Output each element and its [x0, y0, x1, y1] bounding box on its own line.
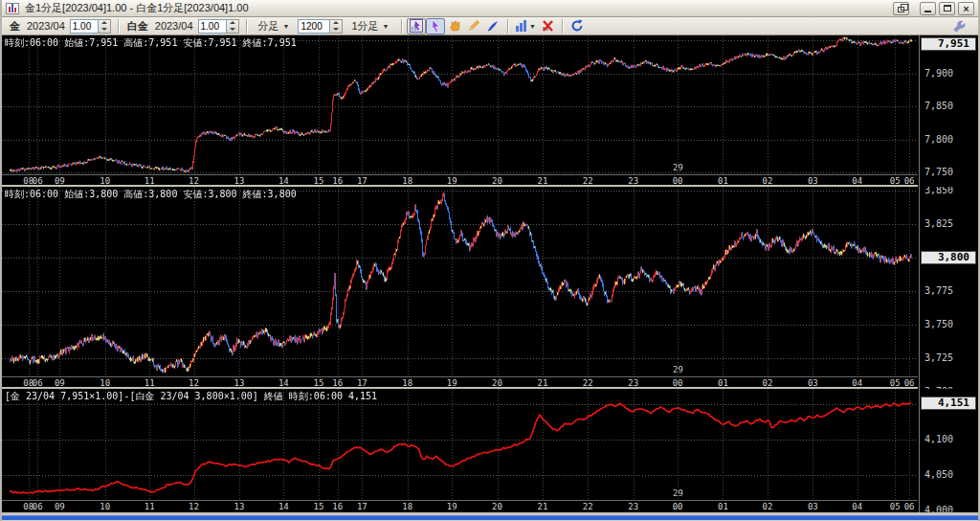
close-icon: × — [963, 4, 969, 13]
time-tick-label: 19 — [443, 176, 460, 186]
platinum-chart-panel: 時刻:06:00 始値:3,800 高値:3,800 安値:3,800 終値:3… — [2, 187, 978, 389]
bar-count-stepper — [298, 19, 343, 34]
chart-select-icon — [409, 18, 424, 34]
time-tick-label: 23 — [625, 502, 642, 511]
time-tick-label: 06 — [901, 502, 918, 511]
gold-time-axis: 0806091011121314151617181920212223000102… — [2, 174, 918, 187]
time-tick-label: 02 — [759, 378, 776, 388]
time-tick-label: 16 — [329, 176, 346, 186]
time-tick-label: 09 — [51, 502, 68, 511]
pan-tool-button[interactable] — [445, 18, 464, 34]
time-tick-label: 06 — [901, 176, 918, 186]
spread-chart-panel: [金 23/04 7,951×1.00]-[白金 23/04 3,800×1.0… — [2, 389, 978, 512]
close-button[interactable]: × — [958, 2, 974, 15]
gold-current-price-badge: 7,951 — [921, 37, 976, 51]
platinum-chart-canvas[interactable] — [2, 187, 918, 376]
platinum-current-price-badge: 3,800 — [921, 251, 976, 264]
maximize-icon — [944, 5, 951, 11]
price-tick-label: 3,725 — [924, 352, 953, 363]
refresh-button[interactable] — [568, 18, 587, 34]
time-tick-label: 02 — [759, 176, 776, 186]
time-tick-label: 00 — [669, 378, 686, 388]
gold-ohlc-info: 時刻:06:00 始値:7,951 高値:7,951 安値:7,951 終値:7… — [5, 36, 297, 50]
gold-multiplier-down-button[interactable] — [99, 26, 110, 33]
pencil-tool-button[interactable] — [464, 18, 483, 34]
time-tick-label: 09 — [51, 378, 68, 388]
time-tick-label: 19 — [443, 502, 460, 511]
timeframe-dropdown[interactable]: 1分足 ▼ — [346, 17, 393, 35]
time-tick-label: 19 — [443, 378, 460, 388]
time-tick-label: 15 — [310, 502, 327, 511]
toolbar: 金 2023/04 白金 2023/04 分足 ▼ 1分足 ▼ — [2, 17, 978, 35]
pen-tool-button[interactable] — [483, 18, 502, 34]
gold-chart-canvas[interactable] — [2, 35, 918, 174]
platinum-multiplier-input[interactable] — [198, 19, 227, 34]
settings-button[interactable] — [949, 18, 969, 34]
platinum-price-axis: 3,800 3,8503,8253,7753,7503,7253,700 — [919, 187, 978, 389]
time-tick-label: 12 — [186, 176, 203, 186]
time-tick-label: 06 — [29, 176, 46, 186]
toolbar-separator — [118, 19, 119, 34]
delete-chart-icon — [540, 18, 555, 34]
time-tick-label: 22 — [579, 502, 596, 511]
minimize-button[interactable] — [920, 2, 936, 15]
bar-type-dropdown[interactable]: 分足 ▼ — [254, 17, 295, 35]
restore-icon — [898, 7, 904, 12]
time-tick-label: 09 — [51, 176, 68, 186]
time-tick-label: 20 — [489, 502, 506, 511]
time-tick-label: 00 — [669, 502, 686, 511]
price-tick-label: 7,850 — [924, 101, 953, 111]
platinum-multiplier-down-button[interactable] — [227, 26, 238, 33]
title-bar[interactable]: 金1分足[2023/04]1.00 - 白金1分足[2023/04]1.00 × — [2, 0, 978, 17]
time-tick-label: 04 — [849, 176, 866, 186]
spread-chart-canvas[interactable] — [2, 389, 918, 500]
maximize-button[interactable] — [939, 2, 955, 15]
delete-chart-button[interactable] — [538, 18, 557, 34]
time-tick-label: 04 — [849, 502, 866, 511]
spread-current-price-badge: 4,151 — [921, 396, 976, 410]
platinum-ohlc-info: 時刻:06:00 始値:3,800 高値:3,800 安値:3,800 終値:3… — [5, 188, 297, 201]
time-tick-label: 23 — [625, 176, 642, 186]
gold-multiplier-stepper — [70, 19, 111, 34]
date-change-label: 29 — [673, 488, 683, 498]
gold-price-axis: 7,951 7,9007,8507,8007,750 — [919, 35, 978, 187]
chart-style-button[interactable]: ▼ — [513, 18, 538, 34]
time-tick-label: 17 — [353, 502, 370, 511]
price-tick-label: 4,000 — [924, 505, 953, 512]
chart-select-button[interactable] — [407, 18, 426, 34]
platinum-time-axis: 0806091011121314151617181920212223000102… — [2, 376, 918, 389]
time-tick-label: 23 — [625, 378, 642, 388]
time-tick-label: 06 — [901, 378, 918, 388]
cursor-tool-button[interactable] — [426, 18, 445, 34]
float-window-button[interactable] — [893, 2, 909, 15]
price-tick-label: 3,775 — [924, 285, 953, 296]
spread-time-axis: 0806091011121314151617181920212223000102… — [2, 500, 918, 512]
time-tick-label: 04 — [849, 378, 866, 388]
time-tick-label: 21 — [534, 502, 551, 511]
time-tick-label: 18 — [399, 378, 416, 388]
bar-count-input[interactable] — [298, 19, 330, 34]
price-tick-label: 3,850 — [924, 187, 953, 195]
bar-count-down-button[interactable] — [330, 26, 342, 33]
price-tick-label: 7,800 — [924, 134, 953, 145]
time-tick-label: 22 — [579, 176, 596, 186]
pen-icon — [485, 18, 501, 34]
gold-multiplier-input[interactable] — [70, 19, 99, 34]
time-tick-label: 02 — [759, 502, 776, 511]
time-tick-label: 06 — [29, 502, 46, 511]
time-tick-label: 14 — [275, 378, 292, 388]
date-change-label: 29 — [673, 365, 683, 374]
spread-info: [金 23/04 7,951×1.00]-[白金 23/04 3,800×1.0… — [5, 390, 377, 403]
bar-type-value: 分足 — [258, 19, 279, 34]
price-tick-label: 4,050 — [924, 469, 953, 480]
platinum-contract-month: 2023/04 — [155, 20, 193, 32]
chevron-down-icon: ▼ — [529, 23, 536, 30]
time-tick-label: 20 — [489, 378, 506, 388]
chevron-down-icon: ▼ — [283, 23, 290, 30]
time-tick-label: 03 — [804, 378, 821, 388]
price-tick-label: 4,100 — [924, 434, 953, 444]
time-tick-label: 18 — [399, 176, 416, 186]
price-tick-label: 7,750 — [924, 167, 953, 177]
timeframe-value: 1分足 — [351, 19, 378, 34]
time-tick-label: 13 — [231, 176, 248, 186]
